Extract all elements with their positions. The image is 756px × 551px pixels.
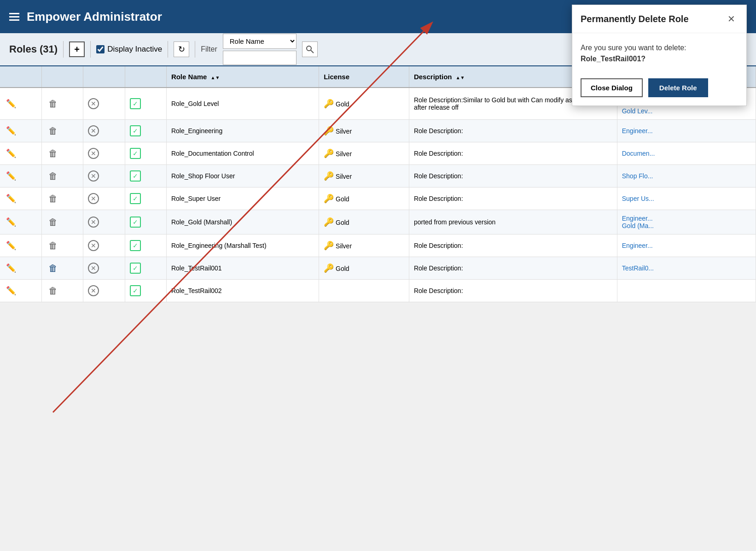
edit-icon[interactable]: ✏️ <box>5 216 17 229</box>
deactivate-icon[interactable]: ✕ <box>88 240 99 251</box>
deactivate-icon[interactable]: ✕ <box>88 98 99 109</box>
permission-link[interactable]: Shop Flo... <box>622 172 653 180</box>
filter-select[interactable]: Role Name License Description <box>223 34 297 49</box>
svg-point-0 <box>307 46 311 51</box>
search-button[interactable] <box>302 41 318 57</box>
edit-icon[interactable]: ✏️ <box>5 192 17 205</box>
license-cell <box>319 280 409 302</box>
edit-icon[interactable]: ✏️ <box>5 239 17 252</box>
activate-icon[interactable]: ✓ <box>130 263 141 274</box>
permissions-cell <box>617 280 756 302</box>
permissions-cell: Engineer... <box>617 234 756 257</box>
edit-icon[interactable]: ✏️ <box>5 170 17 182</box>
delete-icon[interactable]: 🗑 <box>47 239 59 252</box>
refresh-button[interactable]: ↻ <box>174 41 189 57</box>
edit-icon[interactable]: ✏️ <box>5 97 17 110</box>
dialog-body: Are you sure you want to delete: Role_Te… <box>572 33 746 74</box>
activate-icon[interactable]: ✓ <box>130 285 141 296</box>
add-role-button[interactable]: + <box>69 41 85 57</box>
edit-cell: ✏️ <box>0 142 41 165</box>
app-title: Empower Administrator <box>27 10 655 24</box>
display-inactive-label[interactable]: Display Inactive <box>96 45 162 54</box>
permission-link[interactable]: TestRail0... <box>622 264 654 272</box>
deactivate-icon[interactable]: ✕ <box>88 217 99 228</box>
delete-icon[interactable]: 🗑 <box>47 284 59 297</box>
description-cell: Role Description: <box>409 188 617 210</box>
edit-icon[interactable]: ✏️ <box>5 147 17 160</box>
license-cell: 🔑 Gold <box>319 88 409 120</box>
delete-icon[interactable]: 🗑 <box>47 262 59 275</box>
key-icon: 🔑 <box>324 149 334 158</box>
key-icon: 🔑 <box>324 171 334 181</box>
activate-cell: ✓ <box>125 280 166 302</box>
delete-cell: 🗑 <box>41 234 83 257</box>
license-cell: 🔑 Gold <box>319 210 409 234</box>
permission-link[interactable]: Gold (Ma... <box>622 222 654 229</box>
edit-cell: ✏️ <box>0 165 41 188</box>
display-inactive-text: Display Inactive <box>107 45 162 54</box>
col-inactive <box>83 66 125 88</box>
license-cell: 🔑 Gold <box>319 257 409 280</box>
sort-description-icon: ▲▼ <box>456 76 465 80</box>
deactivate-cell: ✕ <box>83 120 125 142</box>
delete-icon[interactable]: 🗑 <box>47 147 59 160</box>
delete-icon[interactable]: 🗑 <box>47 192 59 205</box>
col-license: License <box>319 66 409 88</box>
key-icon: 🔑 <box>324 99 334 108</box>
deactivate-cell: ✕ <box>83 257 125 280</box>
activate-icon[interactable]: ✓ <box>130 125 141 136</box>
display-inactive-checkbox[interactable] <box>96 45 105 53</box>
activate-icon[interactable]: ✓ <box>130 193 141 204</box>
toolbar-divider-1 <box>63 41 64 58</box>
permissions-cell: Engineer... <box>617 120 756 142</box>
key-icon: 🔑 <box>324 264 334 273</box>
activate-icon[interactable]: ✓ <box>130 148 141 159</box>
deactivate-icon[interactable]: ✕ <box>88 193 99 204</box>
edit-icon[interactable]: ✏️ <box>5 124 17 137</box>
license-cell: 🔑 Silver <box>319 234 409 257</box>
license-type: Gold <box>336 265 349 272</box>
deactivate-icon[interactable]: ✕ <box>88 125 99 136</box>
activate-icon[interactable]: ✓ <box>130 240 141 251</box>
delete-icon[interactable]: 🗑 <box>47 124 59 137</box>
permission-link[interactable]: Engineer... <box>622 242 653 249</box>
permission-link[interactable]: Engineer... <box>622 215 653 222</box>
filter-text-input[interactable] <box>223 51 297 65</box>
edit-icon[interactable]: ✏️ <box>5 262 17 275</box>
delete-icon[interactable]: 🗑 <box>47 97 59 110</box>
deactivate-icon[interactable]: ✕ <box>88 263 99 274</box>
delete-cell: 🗑 <box>41 188 83 210</box>
menu-icon[interactable] <box>9 13 19 21</box>
permission-link[interactable]: Engineer... <box>622 127 653 135</box>
activate-icon[interactable]: ✓ <box>130 217 141 228</box>
activate-cell: ✓ <box>125 142 166 165</box>
license-type: Silver <box>336 128 352 135</box>
deactivate-cell: ✕ <box>83 210 125 234</box>
deactivate-cell: ✕ <box>83 142 125 165</box>
toolbar-divider-4 <box>195 41 195 58</box>
key-icon: 🔑 <box>324 126 334 135</box>
activate-icon[interactable]: ✓ <box>130 98 141 109</box>
col-active <box>125 66 166 88</box>
delete-icon[interactable]: 🗑 <box>47 216 59 229</box>
permission-link[interactable]: Super Us... <box>622 195 654 202</box>
toolbar-divider-3 <box>168 41 168 58</box>
deactivate-icon[interactable]: ✕ <box>88 170 99 182</box>
deactivate-cell: ✕ <box>83 165 125 188</box>
deactivate-icon[interactable]: ✕ <box>88 285 99 296</box>
deactivate-icon[interactable]: ✕ <box>88 148 99 159</box>
dialog-close-x-button[interactable]: ✕ <box>725 12 738 25</box>
close-dialog-button[interactable]: Close Dialog <box>581 78 643 97</box>
dialog-footer: Close Dialog Delete Role <box>572 74 746 106</box>
delete-icon[interactable]: 🗑 <box>47 170 59 182</box>
permission-link[interactable]: Gold Lev... <box>622 107 653 115</box>
license-type: Silver <box>336 173 352 180</box>
activate-cell: ✓ <box>125 165 166 188</box>
permission-link[interactable]: Documen... <box>622 150 655 157</box>
activate-cell: ✓ <box>125 188 166 210</box>
delete-role-button[interactable]: Delete Role <box>648 78 708 97</box>
col-role-name[interactable]: Role Name ▲▼ <box>166 66 319 88</box>
activate-cell: ✓ <box>125 120 166 142</box>
activate-icon[interactable]: ✓ <box>130 170 141 182</box>
edit-icon[interactable]: ✏️ <box>5 284 17 297</box>
